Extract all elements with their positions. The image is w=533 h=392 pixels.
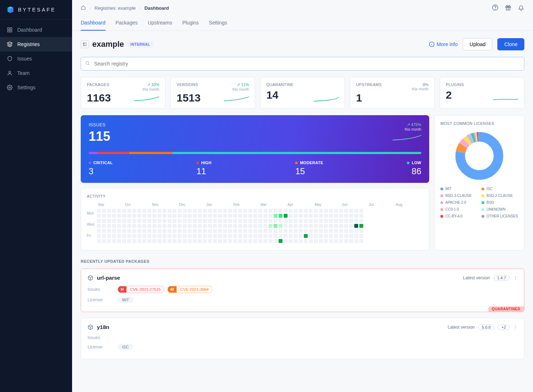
sparkline xyxy=(392,134,421,141)
search-wrapper xyxy=(81,57,524,71)
licenses-card: MOST COMMON LICENSES MITISCBSD-3-CLAUSEB… xyxy=(434,115,524,251)
license-pill: ISC xyxy=(118,344,133,350)
stat-versions[interactable]: VERSIONS ↗ 11%this month 1513 xyxy=(170,77,255,109)
tab-dashboard[interactable]: Dashboard xyxy=(81,16,106,31)
stat-packages[interactable]: PACKAGES ↗ 10%this month 1163 xyxy=(81,77,165,109)
severity-high: HIGH 11 xyxy=(196,161,212,176)
svg-point-5 xyxy=(9,87,10,88)
more-options-icon[interactable]: ⋮ xyxy=(513,325,518,330)
sidebar: BYTESAFE Dashboard Registries Issues Tea… xyxy=(0,0,72,392)
logo[interactable]: BYTESAFE xyxy=(0,0,72,20)
activity-heatmap xyxy=(97,209,423,243)
settings-icon xyxy=(6,84,13,91)
quarantined-badge: QUARANTINED xyxy=(488,306,524,312)
more-info-link[interactable]: More info xyxy=(429,41,458,47)
licenses-legend: MITISCBSD-3-CLAUSEBSD-2-CLAUSEAPACHE-2.0… xyxy=(440,187,518,218)
sidebar-item-dashboard[interactable]: Dashboard xyxy=(0,23,72,37)
issues-card[interactable]: ISSUES 115 ↗ 475%this month xyxy=(81,115,429,183)
stat-upstreams[interactable]: UPSTREAMS 0%this month 1 xyxy=(350,77,435,109)
severity-moderate: MODERATE 15 xyxy=(295,161,323,176)
tab-plugins[interactable]: Plugins xyxy=(182,16,199,31)
page-title: example xyxy=(92,40,124,49)
version-pill: 1.4.7 xyxy=(494,275,510,281)
nav-label: Settings xyxy=(17,85,36,90)
sparkline xyxy=(224,95,249,103)
cve-badge[interactable]: HCVE-2021-27515 xyxy=(118,286,165,293)
sparkline xyxy=(314,95,339,103)
package-card[interactable]: url-parse Latest version 1.4.7 ⋮ Issues … xyxy=(81,269,524,312)
registry-icon xyxy=(81,40,89,48)
sidebar-item-registries[interactable]: Registries xyxy=(0,37,72,51)
nav-label: Issues xyxy=(17,56,32,62)
info-icon xyxy=(429,41,435,47)
recent-packages-title: RECENTLY UPDATED PACKAGES xyxy=(81,259,524,263)
home-icon[interactable] xyxy=(81,5,86,11)
search-input[interactable] xyxy=(81,57,524,71)
activity-months: SepOctNovDecJanFebMarAprMayJunJulAug xyxy=(97,203,423,207)
help-icon[interactable] xyxy=(492,4,498,12)
trend-up-icon: ↗ 11% xyxy=(237,82,249,87)
search-icon xyxy=(85,61,90,67)
sidebar-item-settings[interactable]: Settings xyxy=(0,80,72,95)
bytesafe-logo-icon xyxy=(6,6,14,14)
stat-plugins[interactable]: PLUGINS 2 xyxy=(440,77,524,109)
package-card[interactable]: y18n Latest version 5.0.8 +2 ⋮ Issues Li… xyxy=(81,318,524,359)
svg-rect-0 xyxy=(8,28,9,30)
activity-card: ACTIVITY Mon Wed Fri SepOctNovDecJanFebM… xyxy=(81,188,429,251)
issues-icon xyxy=(6,55,13,62)
team-icon xyxy=(6,70,13,76)
stat-quarantine[interactable]: QUARANTINE 14 xyxy=(260,77,345,109)
tab-upstreams[interactable]: Upstreams xyxy=(148,16,172,31)
license-pill: MIT xyxy=(118,297,133,303)
licenses-donut-chart xyxy=(454,131,505,181)
breadcrumb-separator: › xyxy=(139,5,141,11)
svg-point-7 xyxy=(495,9,496,9)
tabs: Dashboard Packages Upstreams Plugins Set… xyxy=(72,16,533,31)
cve-badge[interactable]: MCVE-2021-3664 xyxy=(168,286,213,293)
svg-rect-3 xyxy=(10,30,12,32)
breadcrumb-separator: › xyxy=(89,5,91,11)
registries-icon xyxy=(6,41,13,48)
internal-badge: INTERNAL xyxy=(128,41,153,48)
nav-label: Team xyxy=(17,70,30,76)
trend-up-icon: ↗ 475% xyxy=(407,122,421,127)
clone-button[interactable]: Clone xyxy=(497,38,524,50)
upload-button[interactable]: Upload xyxy=(463,38,492,50)
svg-point-4 xyxy=(9,71,10,73)
trend-up-icon: ↗ 10% xyxy=(147,82,159,87)
extra-versions-pill: +2 xyxy=(498,324,510,330)
svg-rect-1 xyxy=(10,28,12,30)
version-pill: 5.0.8 xyxy=(478,324,494,330)
nav-label: Registries xyxy=(17,41,40,47)
severity-low: LOW 86 xyxy=(407,161,421,176)
sparkline xyxy=(134,95,159,103)
sidebar-item-team[interactable]: Team xyxy=(0,66,72,80)
breadcrumb: › Registries: example › Dashboard xyxy=(81,5,169,11)
breadcrumb-registries[interactable]: Registries: example xyxy=(94,5,136,11)
svg-rect-2 xyxy=(8,30,9,32)
issues-severity-bar xyxy=(89,152,421,154)
nav-label: Dashboard xyxy=(17,27,42,33)
more-options-icon[interactable]: ⋮ xyxy=(513,275,518,280)
package-icon xyxy=(88,275,93,281)
sidebar-item-issues[interactable]: Issues xyxy=(0,51,72,66)
breadcrumb-current: Dashboard xyxy=(145,5,169,11)
sparkline xyxy=(493,95,518,103)
topbar: › Registries: example › Dashboard xyxy=(72,0,533,16)
gift-icon[interactable] xyxy=(505,4,511,12)
dashboard-icon xyxy=(6,27,13,33)
package-icon xyxy=(88,324,93,330)
tab-packages[interactable]: Packages xyxy=(116,16,138,31)
severity-critical: CRITICAL 3 xyxy=(89,161,113,176)
brand-text: BYTESAFE xyxy=(18,7,56,13)
bell-icon[interactable] xyxy=(518,4,524,12)
svg-point-12 xyxy=(86,62,89,64)
svg-rect-10 xyxy=(83,43,86,46)
tab-settings[interactable]: Settings xyxy=(209,16,227,31)
